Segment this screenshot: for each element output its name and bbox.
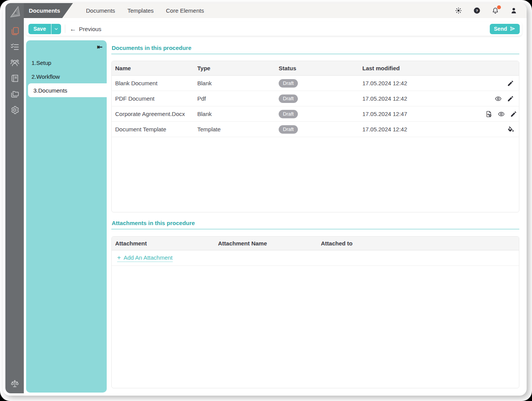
attachments-table: Attachment Attachment Name Attached to +… — [111, 236, 519, 388]
view-eye-icon[interactable] — [498, 111, 505, 118]
edit-pencil-icon[interactable] — [507, 95, 514, 102]
send-label: Send — [494, 26, 507, 32]
procedure-steps-panel: ⇤ 1.Setup 2.Workflow 3.Documents — [26, 40, 107, 393]
documents-table-header: Name Type Status Last modified — [112, 61, 519, 76]
book-icon[interactable] — [10, 73, 20, 83]
attachments-section-title: Attachments in this procedure — [112, 220, 195, 226]
documents-icon[interactable] — [10, 26, 20, 36]
save-button[interactable]: Save — [28, 24, 51, 34]
table-row[interactable]: Document Template Template Draft 17.05.2… — [112, 122, 519, 137]
table-row[interactable]: Corporate Agreement.Docx Blank Draft 17.… — [112, 106, 519, 122]
add-attachment-row: + Add An Attachment — [112, 250, 519, 266]
nav-item-templates[interactable]: Templates — [127, 7, 154, 14]
save-options-caret[interactable] — [51, 24, 61, 34]
app-window: Documents Documents Templates Core Eleme… — [0, 0, 532, 401]
previous-label: Previous — [79, 26, 101, 32]
doc-type: Template — [194, 126, 275, 133]
column-header-attached-to: Attached to — [317, 240, 519, 247]
active-module-tab[interactable]: Documents — [24, 3, 73, 18]
table-row[interactable]: PDF Document Pdf Draft 17.05.2024 12:42 — [112, 91, 519, 106]
send-button[interactable]: Send — [490, 24, 520, 34]
doc-type: Blank — [194, 111, 275, 117]
step-label: 1.Setup — [31, 60, 51, 66]
documents-section-title: Documents in this procedure — [112, 45, 192, 51]
svg-text:?: ? — [476, 8, 478, 13]
action-toolbar: Save ← Previous Send — [26, 22, 522, 36]
column-header-attachment: Attachment — [112, 240, 215, 247]
topbar-icon-group: ? — [455, 3, 527, 18]
previous-button[interactable]: ← Previous — [70, 26, 101, 32]
left-arrow-icon: ← — [70, 26, 76, 32]
status-badge: Draft — [279, 125, 298, 134]
top-nav-items: Documents Templates Core Elements — [86, 3, 204, 18]
column-header-modified: Last modified — [359, 65, 486, 71]
legal-scales-icon[interactable] — [10, 379, 20, 389]
documents-table: Name Type Status Last modified Blank Doc… — [111, 61, 519, 212]
nav-item-core-elements[interactable]: Core Elements — [166, 7, 204, 14]
steps-list: 1.Setup 2.Workflow 3.Documents — [26, 56, 107, 97]
status-badge: Draft — [279, 110, 298, 118]
main-window: Documents Documents Templates Core Eleme… — [3, 3, 527, 396]
send-plane-icon — [509, 26, 515, 32]
add-attachment-button[interactable]: + Add An Attachment — [117, 254, 173, 262]
doc-name: Corporate Agreement.Docx — [112, 111, 194, 117]
doc-modified: 17.05.2024 12:42 — [359, 126, 486, 133]
step-label: 3.Documents — [33, 87, 67, 94]
step-label: 2.Workflow — [31, 73, 60, 80]
user-profile-icon[interactable] — [510, 7, 517, 14]
nav-item-documents[interactable]: Documents — [86, 7, 115, 14]
plus-icon: + — [117, 254, 121, 261]
main-content: Documents in this procedure Name Type St… — [109, 40, 522, 393]
step-documents[interactable]: 3.Documents — [28, 83, 108, 97]
word-document-icon[interactable]: W — [486, 111, 492, 118]
settings-gear-icon[interactable] — [10, 105, 20, 115]
notifications-bell-icon[interactable] — [492, 7, 499, 14]
active-tab-label: Documents — [29, 7, 60, 14]
doc-modified: 17.05.2024 12:42 — [359, 95, 486, 102]
column-header-type: Type — [194, 65, 275, 71]
doc-type: Pdf — [194, 95, 275, 102]
column-header-name: Name — [112, 65, 194, 71]
column-header-attachment-name: Attachment Name — [215, 240, 317, 247]
fill-template-icon[interactable] — [507, 126, 514, 133]
status-badge: Draft — [279, 94, 298, 103]
column-header-status: Status — [275, 65, 359, 71]
checklist-icon[interactable] — [10, 42, 20, 52]
collapse-panel-icon[interactable]: ⇤ — [97, 43, 102, 51]
app-logo — [8, 5, 21, 21]
help-icon[interactable]: ? — [473, 7, 481, 14]
table-row[interactable]: Blank Document Blank Draft 17.05.2024 12… — [112, 76, 519, 91]
top-navigation-bar: Documents Documents Templates Core Eleme… — [24, 3, 527, 18]
attachments-table-header: Attachment Attachment Name Attached to — [112, 237, 519, 250]
doc-type: Blank — [194, 80, 275, 86]
step-setup[interactable]: 1.Setup — [26, 56, 107, 70]
section-divider — [111, 54, 519, 54]
save-split-button: Save — [28, 24, 61, 34]
edit-pencil-icon[interactable] — [507, 80, 514, 87]
doc-modified: 17.05.2024 12:47 — [359, 111, 486, 117]
edit-pencil-icon[interactable] — [510, 111, 517, 118]
folder-icon[interactable] — [10, 89, 20, 99]
step-workflow[interactable]: 2.Workflow — [26, 70, 107, 83]
doc-name: Document Template — [112, 126, 194, 133]
doc-name: Blank Document — [112, 80, 194, 86]
users-icon[interactable] — [10, 58, 20, 68]
toolbar-divider — [65, 25, 65, 33]
theme-toggle-icon[interactable] — [455, 7, 462, 14]
doc-name: PDF Document — [112, 95, 194, 102]
section-divider — [111, 229, 519, 229]
status-badge: Draft — [279, 79, 298, 88]
icon-sidebar — [5, 3, 24, 393]
doc-modified: 17.05.2024 12:42 — [359, 80, 486, 86]
view-eye-icon[interactable] — [495, 95, 502, 102]
notification-badge — [497, 5, 501, 9]
add-attachment-label: Add An Attachment — [124, 254, 173, 261]
